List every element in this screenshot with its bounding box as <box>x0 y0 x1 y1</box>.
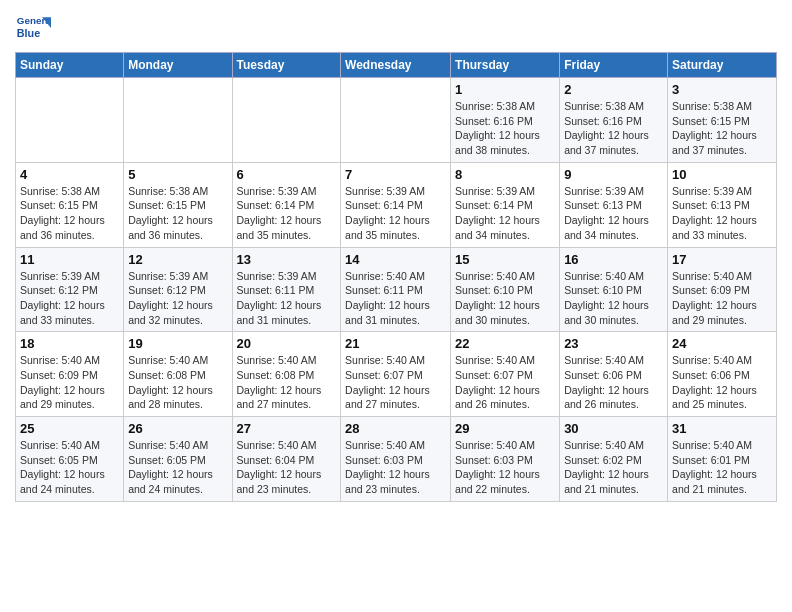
calendar-cell: 6Sunrise: 5:39 AMSunset: 6:14 PMDaylight… <box>232 162 341 247</box>
calendar-cell: 4Sunrise: 5:38 AMSunset: 6:15 PMDaylight… <box>16 162 124 247</box>
calendar-cell: 26Sunrise: 5:40 AMSunset: 6:05 PMDayligh… <box>124 417 232 502</box>
day-number: 24 <box>672 336 772 351</box>
logo-icon: General Blue <box>15 10 51 46</box>
day-number: 29 <box>455 421 555 436</box>
day-number: 15 <box>455 252 555 267</box>
day-number: 12 <box>128 252 227 267</box>
day-info: Sunrise: 5:40 AMSunset: 6:10 PMDaylight:… <box>455 269 555 328</box>
weekday-header-row: SundayMondayTuesdayWednesdayThursdayFrid… <box>16 53 777 78</box>
day-info: Sunrise: 5:39 AMSunset: 6:12 PMDaylight:… <box>128 269 227 328</box>
calendar-header: SundayMondayTuesdayWednesdayThursdayFrid… <box>16 53 777 78</box>
day-number: 17 <box>672 252 772 267</box>
calendar-cell: 14Sunrise: 5:40 AMSunset: 6:11 PMDayligh… <box>341 247 451 332</box>
calendar-cell: 30Sunrise: 5:40 AMSunset: 6:02 PMDayligh… <box>560 417 668 502</box>
calendar-week-row: 11Sunrise: 5:39 AMSunset: 6:12 PMDayligh… <box>16 247 777 332</box>
day-info: Sunrise: 5:40 AMSunset: 6:05 PMDaylight:… <box>20 438 119 497</box>
calendar-cell: 21Sunrise: 5:40 AMSunset: 6:07 PMDayligh… <box>341 332 451 417</box>
calendar-cell: 12Sunrise: 5:39 AMSunset: 6:12 PMDayligh… <box>124 247 232 332</box>
day-number: 13 <box>237 252 337 267</box>
calendar-week-row: 25Sunrise: 5:40 AMSunset: 6:05 PMDayligh… <box>16 417 777 502</box>
calendar-week-row: 1Sunrise: 5:38 AMSunset: 6:16 PMDaylight… <box>16 78 777 163</box>
weekday-header-wednesday: Wednesday <box>341 53 451 78</box>
logo: General Blue <box>15 10 51 46</box>
calendar-table: SundayMondayTuesdayWednesdayThursdayFrid… <box>15 52 777 502</box>
weekday-header-sunday: Sunday <box>16 53 124 78</box>
day-info: Sunrise: 5:40 AMSunset: 6:11 PMDaylight:… <box>345 269 446 328</box>
calendar-cell <box>232 78 341 163</box>
weekday-header-friday: Friday <box>560 53 668 78</box>
day-number: 4 <box>20 167 119 182</box>
day-info: Sunrise: 5:40 AMSunset: 6:02 PMDaylight:… <box>564 438 663 497</box>
calendar-cell: 1Sunrise: 5:38 AMSunset: 6:16 PMDaylight… <box>451 78 560 163</box>
day-info: Sunrise: 5:40 AMSunset: 6:06 PMDaylight:… <box>564 353 663 412</box>
weekday-header-tuesday: Tuesday <box>232 53 341 78</box>
day-number: 18 <box>20 336 119 351</box>
weekday-header-monday: Monday <box>124 53 232 78</box>
day-number: 22 <box>455 336 555 351</box>
calendar-cell: 22Sunrise: 5:40 AMSunset: 6:07 PMDayligh… <box>451 332 560 417</box>
calendar-cell: 27Sunrise: 5:40 AMSunset: 6:04 PMDayligh… <box>232 417 341 502</box>
calendar-cell: 18Sunrise: 5:40 AMSunset: 6:09 PMDayligh… <box>16 332 124 417</box>
calendar-cell: 31Sunrise: 5:40 AMSunset: 6:01 PMDayligh… <box>668 417 777 502</box>
calendar-cell: 15Sunrise: 5:40 AMSunset: 6:10 PMDayligh… <box>451 247 560 332</box>
day-info: Sunrise: 5:39 AMSunset: 6:14 PMDaylight:… <box>237 184 337 243</box>
day-number: 11 <box>20 252 119 267</box>
day-number: 14 <box>345 252 446 267</box>
calendar-week-row: 4Sunrise: 5:38 AMSunset: 6:15 PMDaylight… <box>16 162 777 247</box>
day-number: 26 <box>128 421 227 436</box>
day-info: Sunrise: 5:39 AMSunset: 6:12 PMDaylight:… <box>20 269 119 328</box>
day-info: Sunrise: 5:40 AMSunset: 6:03 PMDaylight:… <box>455 438 555 497</box>
calendar-cell: 5Sunrise: 5:38 AMSunset: 6:15 PMDaylight… <box>124 162 232 247</box>
day-info: Sunrise: 5:40 AMSunset: 6:10 PMDaylight:… <box>564 269 663 328</box>
calendar-cell: 7Sunrise: 5:39 AMSunset: 6:14 PMDaylight… <box>341 162 451 247</box>
day-info: Sunrise: 5:38 AMSunset: 6:16 PMDaylight:… <box>564 99 663 158</box>
day-info: Sunrise: 5:39 AMSunset: 6:14 PMDaylight:… <box>345 184 446 243</box>
calendar-cell: 9Sunrise: 5:39 AMSunset: 6:13 PMDaylight… <box>560 162 668 247</box>
day-number: 31 <box>672 421 772 436</box>
day-info: Sunrise: 5:40 AMSunset: 6:05 PMDaylight:… <box>128 438 227 497</box>
day-number: 19 <box>128 336 227 351</box>
day-info: Sunrise: 5:38 AMSunset: 6:15 PMDaylight:… <box>128 184 227 243</box>
day-info: Sunrise: 5:38 AMSunset: 6:16 PMDaylight:… <box>455 99 555 158</box>
weekday-header-thursday: Thursday <box>451 53 560 78</box>
day-number: 27 <box>237 421 337 436</box>
day-info: Sunrise: 5:40 AMSunset: 6:01 PMDaylight:… <box>672 438 772 497</box>
day-info: Sunrise: 5:40 AMSunset: 6:07 PMDaylight:… <box>455 353 555 412</box>
calendar-week-row: 18Sunrise: 5:40 AMSunset: 6:09 PMDayligh… <box>16 332 777 417</box>
day-number: 10 <box>672 167 772 182</box>
calendar-cell: 3Sunrise: 5:38 AMSunset: 6:15 PMDaylight… <box>668 78 777 163</box>
day-info: Sunrise: 5:39 AMSunset: 6:13 PMDaylight:… <box>564 184 663 243</box>
calendar-cell: 29Sunrise: 5:40 AMSunset: 6:03 PMDayligh… <box>451 417 560 502</box>
calendar-cell: 24Sunrise: 5:40 AMSunset: 6:06 PMDayligh… <box>668 332 777 417</box>
calendar-cell <box>341 78 451 163</box>
day-number: 16 <box>564 252 663 267</box>
calendar-cell: 8Sunrise: 5:39 AMSunset: 6:14 PMDaylight… <box>451 162 560 247</box>
day-info: Sunrise: 5:40 AMSunset: 6:04 PMDaylight:… <box>237 438 337 497</box>
day-number: 30 <box>564 421 663 436</box>
calendar-cell: 28Sunrise: 5:40 AMSunset: 6:03 PMDayligh… <box>341 417 451 502</box>
day-info: Sunrise: 5:40 AMSunset: 6:03 PMDaylight:… <box>345 438 446 497</box>
calendar-cell: 17Sunrise: 5:40 AMSunset: 6:09 PMDayligh… <box>668 247 777 332</box>
weekday-header-saturday: Saturday <box>668 53 777 78</box>
calendar-cell: 2Sunrise: 5:38 AMSunset: 6:16 PMDaylight… <box>560 78 668 163</box>
day-number: 1 <box>455 82 555 97</box>
day-number: 3 <box>672 82 772 97</box>
day-number: 21 <box>345 336 446 351</box>
header: General Blue <box>15 10 777 46</box>
calendar-cell: 23Sunrise: 5:40 AMSunset: 6:06 PMDayligh… <box>560 332 668 417</box>
day-info: Sunrise: 5:40 AMSunset: 6:07 PMDaylight:… <box>345 353 446 412</box>
calendar-cell: 20Sunrise: 5:40 AMSunset: 6:08 PMDayligh… <box>232 332 341 417</box>
day-number: 5 <box>128 167 227 182</box>
calendar-cell: 13Sunrise: 5:39 AMSunset: 6:11 PMDayligh… <box>232 247 341 332</box>
calendar-cell: 25Sunrise: 5:40 AMSunset: 6:05 PMDayligh… <box>16 417 124 502</box>
day-number: 20 <box>237 336 337 351</box>
calendar-cell: 10Sunrise: 5:39 AMSunset: 6:13 PMDayligh… <box>668 162 777 247</box>
day-number: 7 <box>345 167 446 182</box>
day-info: Sunrise: 5:38 AMSunset: 6:15 PMDaylight:… <box>672 99 772 158</box>
day-number: 25 <box>20 421 119 436</box>
day-number: 6 <box>237 167 337 182</box>
day-info: Sunrise: 5:40 AMSunset: 6:06 PMDaylight:… <box>672 353 772 412</box>
day-info: Sunrise: 5:40 AMSunset: 6:08 PMDaylight:… <box>128 353 227 412</box>
calendar-cell <box>124 78 232 163</box>
calendar-cell <box>16 78 124 163</box>
